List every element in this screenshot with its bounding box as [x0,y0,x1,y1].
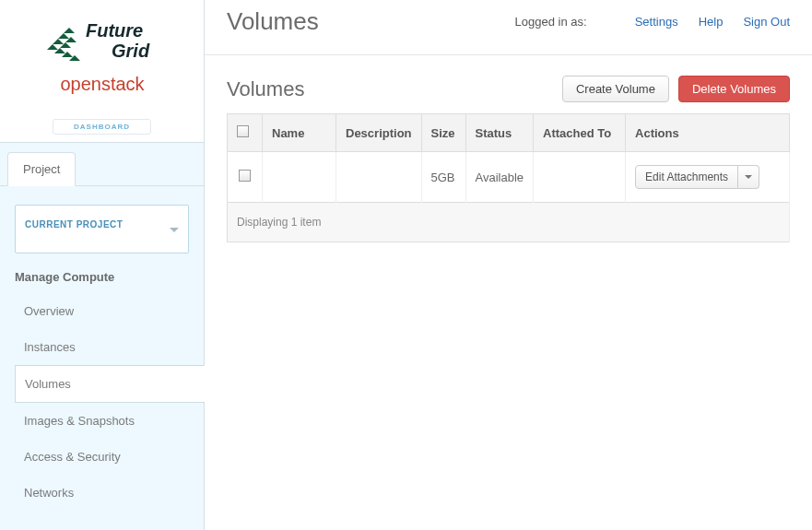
settings-link[interactable]: Settings [635,15,678,29]
chevron-down-icon [170,228,179,232]
panel-title: Volumes [227,77,562,101]
sidebar-item-networks[interactable]: Networks [15,475,189,511]
th-status: Status [465,114,534,152]
svg-marker-2 [58,33,69,39]
th-description: Description [336,114,422,152]
sidebar-item-access-security[interactable]: Access & Security [15,439,189,475]
brand-line1: Future [86,20,143,41]
sidebar-item-instances[interactable]: Instances [15,329,189,365]
cell-size: 5GB [421,152,465,203]
th-attached: Attached To [534,114,626,152]
th-actions: Actions [626,114,790,152]
brand-line3: openstack [60,74,145,94]
sidebar-item-volumes[interactable]: Volumes [15,365,205,403]
th-select-all [228,114,263,152]
sidebar-item-images-snapshots[interactable]: Images & Snapshots [15,403,189,439]
nav-list: Overview Instances Volumes Images & Snap… [15,293,189,511]
tab-project[interactable]: Project [7,152,76,186]
th-name: Name [263,114,336,152]
table-row: 5GB Available Edit Attachments [228,152,790,203]
svg-marker-1 [53,39,64,44]
checkbox-all[interactable] [237,125,249,137]
page-title: Volumes [227,7,319,36]
cell-actions: Edit Attachments [626,152,790,203]
svg-marker-3 [64,28,75,33]
signout-link[interactable]: Sign Out [743,15,790,29]
cell-name [263,152,336,203]
current-project-dropdown[interactable]: CURRENT PROJECT [15,205,189,253]
nav-tab-row: Project [0,143,204,186]
create-volume-button[interactable]: Create Volume [562,76,669,102]
cell-status: Available [465,152,534,203]
brand-logo: Future Grid openstack [38,11,167,115]
cell-description [336,152,422,203]
chevron-down-icon [745,175,752,179]
logged-in-label: Logged in as: [515,15,587,29]
delete-volumes-button[interactable]: Delete Volumes [678,76,790,102]
help-link[interactable]: Help [699,15,724,29]
edit-attachments-button[interactable]: Edit Attachments [635,165,738,189]
sidebar: Future Grid openstack DASHBOARD Project … [0,0,205,530]
panel-header: Volumes Create Volume Delete Volumes [227,76,790,102]
brand-area: Future Grid openstack DASHBOARD [0,0,204,143]
section-manage-compute: Manage Compute [15,270,189,284]
brand-line2: Grid [112,41,150,61]
sidebar-item-overview[interactable]: Overview [15,293,189,329]
volumes-table: Name Description Size Status Attached To… [227,113,790,242]
table-summary: Displaying 1 item [228,203,790,242]
svg-marker-0 [47,44,58,50]
checkbox-row[interactable] [239,170,251,182]
dashboard-badge: DASHBOARD [53,119,151,135]
th-size: Size [421,114,465,152]
current-project-label: CURRENT PROJECT [25,219,123,230]
user-area: Logged in as: Settings Help Sign Out [515,15,790,29]
cell-attached [534,152,626,203]
topbar: Volumes Logged in as: Settings Help Sign… [205,0,812,55]
row-action-dropdown[interactable] [738,165,759,189]
main-area: Volumes Logged in as: Settings Help Sign… [205,0,812,530]
table-footer: Displaying 1 item [228,203,790,242]
